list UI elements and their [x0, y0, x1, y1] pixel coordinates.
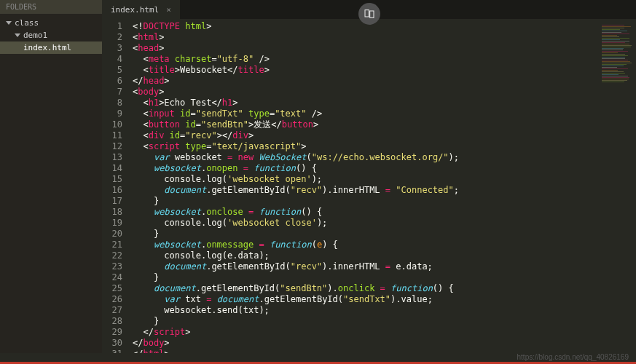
code-line[interactable]: <title>Websocket</title> [133, 65, 636, 76]
code-area[interactable]: <!DOCTYPE html><html><head> <meta charse… [128, 19, 636, 353]
columns-icon [364, 8, 375, 20]
code-line[interactable]: </head> [133, 76, 636, 87]
code-line[interactable]: var websocket = new WebSocket("ws://echo… [133, 152, 636, 163]
code-line[interactable]: websocket.onclose = function() { [133, 207, 636, 218]
code-line[interactable]: <head> [133, 43, 636, 54]
svg-rect-1 [369, 11, 373, 17]
chevron-down-icon [6, 21, 12, 25]
code-line[interactable]: } [133, 272, 636, 283]
code-line[interactable]: <div id="recv"></div> [133, 130, 636, 141]
code-line[interactable]: <body> [133, 87, 636, 98]
code-line[interactable]: <input id="sendTxt" type="text" /> [133, 108, 636, 119]
code-line[interactable]: } [133, 229, 636, 240]
close-icon[interactable]: × [166, 5, 171, 15]
tree-item[interactable]: demo1 [0, 29, 102, 41]
line-gutter: 1234567891011121314151617181920212223242… [102, 19, 128, 353]
code-line[interactable]: } [133, 196, 636, 207]
code-line[interactable]: websocket.onmessage = function(e) { [133, 240, 636, 250]
tab-label: index.html [111, 5, 159, 15]
code-line[interactable]: document.getElementById("recv").innerHTM… [133, 185, 636, 196]
code-line[interactable]: console.log('websocket close'); [133, 218, 636, 229]
code-line[interactable]: <script type="text/javascript"> [133, 141, 636, 152]
tree-item-label: demo1 [23, 31, 47, 40]
code-line[interactable]: websocket.send(txt); [133, 305, 636, 316]
chevron-down-icon [15, 33, 20, 37]
folder-tree: classdemo1index.html [0, 14, 102, 57]
code-line[interactable]: } [133, 316, 636, 327]
tree-item[interactable]: index.html [0, 41, 102, 54]
code-line[interactable]: </script> [133, 327, 636, 338]
code-editor[interactable]: 1234567891011121314151617181920212223242… [102, 19, 636, 353]
sidebar: FOLDERS classdemo1index.html [0, 0, 102, 353]
code-line[interactable]: <button id="sendBtn">发送</button> [133, 119, 636, 130]
editor-pane: index.html × 123456789101112131415161718… [102, 0, 636, 353]
code-line[interactable]: console.log('websocket open'); [133, 174, 636, 185]
svg-rect-0 [365, 10, 369, 17]
tree-item[interactable]: class [0, 17, 102, 29]
tab-bar: index.html × [102, 0, 636, 19]
code-line[interactable]: </body> [133, 338, 636, 349]
tree-item-label: index.html [23, 43, 71, 52]
tree-item-label: class [15, 18, 39, 28]
code-line[interactable]: var txt = document.getElementById("sendT… [133, 294, 636, 305]
code-line[interactable]: console.log(e.data); [133, 250, 636, 261]
tab-active[interactable]: index.html × [102, 0, 181, 19]
sidebar-header: FOLDERS [0, 0, 102, 14]
source-url: https://blog.csdn.net/qq_40826169 [517, 353, 629, 361]
code-line[interactable]: <html> [133, 32, 636, 43]
code-line[interactable]: document.getElementById("recv").innerHTM… [133, 261, 636, 272]
code-line[interactable]: <h1>Echo Test</h1> [133, 98, 636, 108]
layout-toggle-button[interactable] [358, 3, 380, 25]
code-line[interactable]: websocket.onopen = function() { [133, 163, 636, 174]
code-line[interactable]: document.getElementById("sendBtn").oncli… [133, 283, 636, 294]
code-line[interactable]: <!DOCTYPE html> [133, 21, 636, 32]
code-line[interactable]: <meta charset="utf-8" /> [133, 54, 636, 65]
